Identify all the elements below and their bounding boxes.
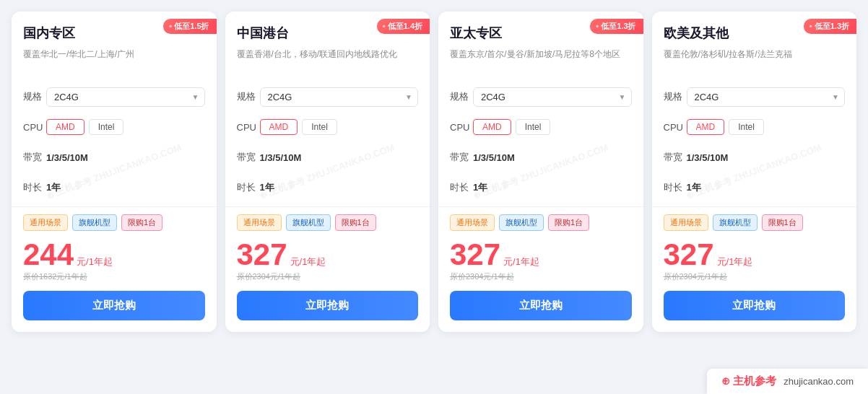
cpu-options: AMDIntel — [473, 119, 550, 135]
duration-row: 时长 1年 — [450, 176, 632, 199]
card-body: 规格 2C4G ▼ CPU AMDIntel 带宽 1/3/5/10M — [12, 78, 217, 199]
bandwidth-label: 带宽 — [23, 151, 46, 164]
spec-select[interactable]: 2C4G — [687, 87, 846, 107]
cpu-row: CPU AMDIntel — [237, 115, 419, 139]
spec-label: 规格 — [237, 90, 260, 103]
card-global: ⊕ 主机参考 ZHUJICANKAO.COM 低至1.3折 欧美及其他 覆盖伦敦… — [652, 12, 857, 332]
card-badge: 低至1.5折 — [163, 19, 216, 34]
cpu-btn-amd[interactable]: AMD — [46, 119, 84, 135]
spec-row: 规格 2C4G ▼ — [23, 85, 205, 108]
cpu-btn-intel[interactable]: Intel — [516, 119, 551, 135]
cpu-label: CPU — [237, 122, 260, 133]
card-desc: 覆盖香港/台北，移动/联通回内地线路优化 — [237, 48, 419, 74]
spec-row: 规格 2C4G ▼ — [664, 85, 846, 108]
bandwidth-row: 带宽 1/3/5/10M — [23, 146, 205, 169]
card-desc: 覆盖华北一/华北二/上海/广州 — [23, 48, 205, 74]
spec-select[interactable]: 2C4G — [46, 87, 205, 107]
cpu-btn-amd[interactable]: AMD — [687, 119, 725, 135]
duration-label: 时长 — [23, 181, 46, 194]
card-apac: ⊕ 主机参考 ZHUJICANKAO.COM 低至1.3折 亚太专区 覆盖东京/… — [438, 12, 643, 332]
cpu-btn-intel[interactable]: Intel — [302, 119, 337, 135]
card-desc: 覆盖伦敦/洛杉矶/拉各斯/法兰克福 — [664, 48, 846, 74]
bandwidth-value: 1/3/5/10M — [260, 152, 302, 163]
spec-select-wrap[interactable]: 2C4G ▼ — [473, 87, 632, 107]
buy-button[interactable]: 立即抢购 — [664, 291, 846, 320]
tag-0: 通用场景 — [237, 214, 282, 231]
price-section: 327 元/1年起 原价2304元/1年起 — [652, 240, 857, 282]
card-badge: 低至1.3折 — [804, 19, 856, 34]
cpu-btn-intel[interactable]: Intel — [729, 119, 764, 135]
buy-button[interactable]: 立即抢购 — [23, 291, 205, 320]
tags-row: 通用场景旗舰机型限购1台 — [12, 214, 217, 231]
duration-row: 时长 1年 — [23, 176, 205, 199]
cpu-btn-intel[interactable]: Intel — [89, 119, 124, 135]
price-number: 244 — [23, 240, 74, 270]
buy-button[interactable]: 立即抢购 — [450, 291, 632, 320]
spec-select-wrap[interactable]: 2C4G ▼ — [260, 87, 419, 107]
price-original: 原价2304元/1年起 — [237, 271, 419, 282]
divider — [652, 206, 857, 207]
price-section: 327 元/1年起 原价2304元/1年起 — [225, 240, 430, 282]
spec-select-wrap[interactable]: 2C4G ▼ — [687, 87, 846, 107]
tag-0: 通用场景 — [23, 214, 68, 231]
price-main: 244 元/1年起 — [23, 240, 205, 270]
cpu-row: CPU AMDIntel — [450, 115, 632, 139]
duration-row: 时长 1年 — [664, 176, 846, 199]
bandwidth-value: 1/3/5/10M — [473, 152, 515, 163]
cpu-options: AMDIntel — [687, 119, 764, 135]
tag-1: 旗舰机型 — [72, 214, 117, 231]
price-main: 327 元/1年起 — [237, 240, 419, 270]
tag-0: 通用场景 — [450, 214, 495, 231]
cpu-label: CPU — [23, 122, 46, 133]
price-unit: 元/1年起 — [717, 255, 753, 268]
bandwidth-value: 1/3/5/10M — [46, 152, 88, 163]
spec-select[interactable]: 2C4G — [260, 87, 419, 107]
spec-label: 规格 — [23, 90, 46, 103]
bandwidth-row: 带宽 1/3/5/10M — [237, 146, 419, 169]
tags-row: 通用场景旗舰机型限购1台 — [652, 214, 857, 231]
price-original: 原价1632元/1年起 — [23, 271, 205, 282]
price-unit: 元/1年起 — [77, 255, 113, 268]
duration-row: 时长 1年 — [237, 176, 419, 199]
tag-2: 限购1台 — [762, 214, 803, 231]
tags-row: 通用场景旗舰机型限购1台 — [225, 214, 430, 231]
tags-row: 通用场景旗舰机型限购1台 — [438, 214, 643, 231]
duration-value: 1年 — [473, 181, 487, 194]
price-number: 327 — [450, 240, 500, 270]
card-desc: 覆盖东京/首尔/曼谷/新加坡/马尼拉等8个地区 — [450, 48, 632, 74]
spec-select-wrap[interactable]: 2C4G ▼ — [46, 87, 205, 107]
duration-value: 1年 — [46, 181, 61, 194]
cpu-row: CPU AMDIntel — [664, 115, 846, 139]
price-section: 244 元/1年起 原价1632元/1年起 — [12, 240, 217, 282]
divider — [438, 206, 643, 207]
tag-1: 旗舰机型 — [286, 214, 331, 231]
card-body: 规格 2C4G ▼ CPU AMDIntel 带宽 1/3/5/10M — [438, 78, 643, 199]
card-body: 规格 2C4G ▼ CPU AMDIntel 带宽 1/3/5/10M — [652, 78, 857, 199]
bandwidth-label: 带宽 — [664, 151, 687, 164]
card-badge: 低至1.4折 — [377, 19, 430, 34]
price-main: 327 元/1年起 — [450, 240, 632, 270]
price-section: 327 元/1年起 原价2304元/1年起 — [438, 240, 643, 282]
price-number: 327 — [664, 240, 714, 270]
price-original: 原价2304元/1年起 — [450, 271, 632, 282]
tag-2: 限购1台 — [548, 214, 589, 231]
divider — [12, 206, 217, 207]
duration-label: 时长 — [664, 181, 687, 194]
spec-select[interactable]: 2C4G — [473, 87, 632, 107]
duration-value: 1年 — [687, 181, 701, 194]
cpu-btn-amd[interactable]: AMD — [260, 119, 298, 135]
divider — [225, 206, 430, 207]
cpu-options: AMDIntel — [260, 119, 337, 135]
card-badge: 低至1.3折 — [590, 19, 643, 34]
card-body: 规格 2C4G ▼ CPU AMDIntel 带宽 1/3/5/10M — [225, 78, 430, 199]
buy-button[interactable]: 立即抢购 — [237, 291, 419, 320]
bandwidth-label: 带宽 — [450, 151, 473, 164]
bandwidth-label: 带宽 — [237, 151, 260, 164]
cpu-btn-amd[interactable]: AMD — [473, 119, 511, 135]
spec-label: 规格 — [450, 90, 473, 103]
price-original: 原价2304元/1年起 — [664, 271, 846, 282]
cpu-label: CPU — [450, 122, 473, 133]
cpu-row: CPU AMDIntel — [23, 115, 205, 139]
spec-label: 规格 — [664, 90, 687, 103]
cpu-label: CPU — [664, 122, 687, 133]
